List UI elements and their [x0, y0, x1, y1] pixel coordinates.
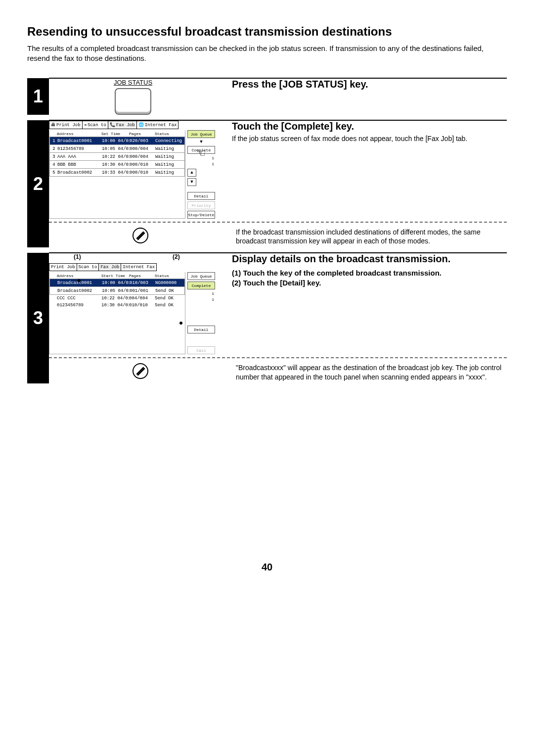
step-2-body: If the job status screen of fax mode doe…: [232, 134, 507, 143]
step-1-heading: Press the [JOB STATUS] key.: [232, 79, 507, 90]
tab-scan-to[interactable]: Scan to: [77, 263, 99, 271]
down-arrow-icon: ▼: [187, 140, 215, 144]
note-icon: [133, 363, 148, 379]
detail-button[interactable]: Detail: [187, 326, 215, 333]
dashed-separator: [49, 222, 507, 223]
step-3-text: Display details on the broadcast transmi…: [232, 253, 507, 354]
scroll-down-button[interactable]: ▼: [187, 178, 196, 186]
step-1-number: 1: [27, 78, 49, 115]
scan-icon: ⇥: [84, 122, 87, 128]
job-queue-button[interactable]: Job Queue: [187, 272, 215, 280]
job-row[interactable]: 1 Broadcast0001 10:00 04/01 020/003 Conn…: [49, 137, 185, 145]
job-row[interactable]: 0123456789 10:30 04/01 010/010 Send OK: [49, 301, 185, 309]
page-title: Resending to unsuccessful broadcast tran…: [27, 25, 507, 39]
col-pages: Pages: [129, 274, 155, 278]
step-3: 3 (1) (2) Print Job Scan to Fax Job Inte…: [27, 252, 507, 383]
callout-1: (1): [74, 253, 81, 260]
step-2: 2 🖶Print Job ⇥Scan to 📞Fax Job 🌐Internet…: [27, 120, 507, 247]
step-2-heading: Touch the [Complete] key.: [232, 121, 507, 132]
step-2-note: If the broadcast transmission included d…: [232, 226, 507, 247]
jobstatus-key[interactable]: [115, 88, 151, 115]
job-row[interactable]: 3 AAA AAA 10:22 04/01 000/004 Waiting: [49, 152, 185, 161]
callout-2: (2): [173, 253, 180, 260]
job-queue-button[interactable]: Job Queue: [187, 130, 215, 138]
call-button[interactable]: Call: [187, 346, 215, 354]
step-1-text: Press the [JOB STATUS] key.: [232, 78, 507, 115]
tab-print-job[interactable]: Print Job: [49, 263, 77, 271]
job-row[interactable]: CCC CCC 10:22 04/01 004/004 Send OK: [49, 294, 185, 302]
step-2-text: Touch the [Complete] key. If the job sta…: [232, 120, 507, 219]
col-pages: Pages: [129, 132, 155, 136]
step-3-note: "Broadcastxxxx" will appear as the desti…: [232, 361, 507, 383]
stop-delete-button[interactable]: Stop/Delete: [187, 211, 215, 219]
job-row[interactable]: Broadcast0001 10:00 04/01 010/003 NG0000…: [49, 279, 185, 287]
job-row[interactable]: 2 0123456789 10:05 04/01 000/004 Waiting: [49, 144, 185, 153]
step-3-number: 3: [27, 253, 49, 383]
col-status: Status: [155, 132, 183, 136]
tab-internet-fax[interactable]: Internet Fax: [121, 263, 157, 271]
col-settime: Set Time: [101, 132, 129, 136]
job-row[interactable]: 5 Broadcast0002 10:33 04/01 000/010 Wait…: [49, 168, 185, 177]
priority-button[interactable]: Priority: [187, 201, 215, 209]
step-1: 1 JOB STATUS Press the [JOB STATUS] key.: [27, 78, 507, 115]
detail-button[interactable]: Detail: [187, 192, 215, 200]
note-icon: [133, 228, 148, 243]
step-1-illustration: JOB STATUS: [49, 78, 232, 115]
col-status: Status: [155, 274, 183, 278]
step-3-heading: Display details on the broadcast transmi…: [232, 253, 507, 265]
step-3-sub2: (2) Touch the [Detail] key.: [232, 279, 507, 287]
complete-button[interactable]: Complete: [187, 282, 215, 289]
tab-scan-to[interactable]: ⇥Scan to: [82, 121, 108, 129]
globe-icon: 🌐: [138, 122, 144, 128]
col-address: Address: [57, 132, 101, 136]
intro-text: The results of a completed broadcast tra…: [27, 44, 507, 63]
tab-fax-job[interactable]: 📞Fax Job: [108, 121, 137, 129]
hand-pointer-icon: ☜: [197, 145, 205, 161]
printer-icon: 🖶: [51, 122, 55, 128]
jobstatus-key-label: JOB STATUS: [49, 79, 217, 86]
tab-internet-fax[interactable]: 🌐Internet Fax: [136, 121, 179, 129]
col-address: Address: [57, 274, 101, 278]
fax-icon: 📞: [110, 122, 115, 128]
step-3-illustration: (1) (2) Print Job Scan to Fax Job Intern…: [49, 253, 232, 354]
page-number: 40: [27, 562, 507, 573]
col-starttime: Start Time: [101, 274, 129, 278]
job-row[interactable]: 4 BBB BBB 10:30 04/01 000/010 Waiting: [49, 160, 185, 169]
dashed-separator: [49, 357, 507, 358]
tab-print-job[interactable]: 🖶Print Job: [49, 121, 83, 129]
step-3-sub1: (1) Touch the key of the completed broad…: [232, 269, 507, 277]
tab-fax-job[interactable]: Fax Job: [98, 263, 121, 271]
scroll-up-button[interactable]: ▲: [187, 169, 196, 177]
job-row[interactable]: Broadcast0002 10:05 04/01 001/001 Send O…: [49, 286, 185, 295]
step-2-illustration: 🖶Print Job ⇥Scan to 📞Fax Job 🌐Internet F…: [49, 120, 232, 219]
step-2-number: 2: [27, 120, 49, 247]
